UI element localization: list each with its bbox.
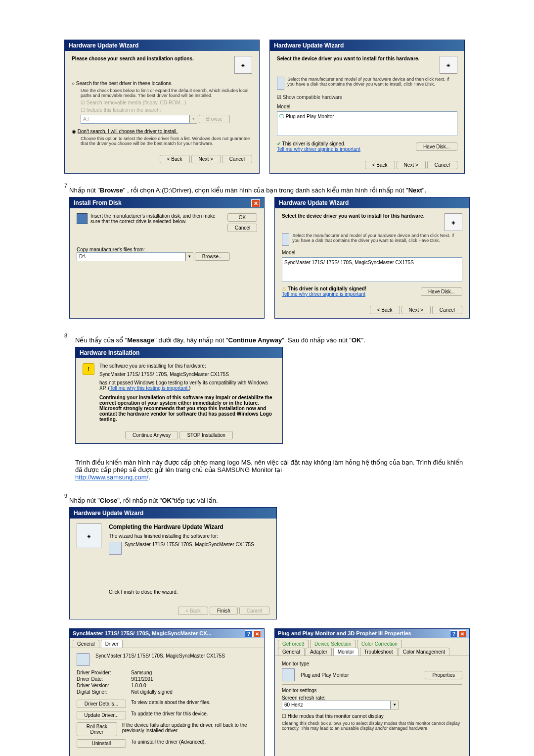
option-search-best[interactable]: ○ Search for the best driver in these lo… <box>72 81 252 86</box>
tab-general[interactable]: General <box>278 648 305 656</box>
option-dont-search[interactable]: ◉ Don't search. I will choose the driver… <box>72 129 252 134</box>
chk-include-location: ☐ Include this location in the search: <box>81 107 252 113</box>
provider-label: Driver Provider: <box>77 670 131 675</box>
uninstall-desc: To uninstall the driver (Advanced). <box>131 739 206 748</box>
monitor-icon: 🖵 <box>279 114 286 119</box>
help-icon[interactable]: ? <box>450 630 458 637</box>
step-7-text: Nhấp nút "Browse" , rồi chọn A:(D:\Drive… <box>69 187 470 194</box>
tab-color-correction[interactable]: Color Correction <box>357 640 402 648</box>
chk-hide-modes[interactable]: ☐ Hide modes that this monitor cannot di… <box>282 713 462 719</box>
close-icon[interactable]: ✕ <box>251 199 260 207</box>
close-icon[interactable]: ✕ <box>458 630 466 637</box>
dialog-title: Hardware Update Wizard <box>270 40 464 51</box>
copy-path-input[interactable]: D:\ <box>77 252 185 261</box>
install-line1: The software you are installing for this… <box>99 363 275 369</box>
driver-details-button[interactable]: Driver Details... <box>77 700 126 708</box>
complete-device: SyncMaster 171S/ 175S/ 170S, MagicSyncMa… <box>125 542 254 555</box>
tab-troubleshoot[interactable]: Troubleshoot <box>360 648 398 656</box>
signing-link[interactable]: Tell me why driver signing is important <box>282 291 365 297</box>
back-button[interactable]: < Back <box>370 306 400 314</box>
next-button[interactable]: Next > <box>191 155 221 163</box>
step-number: 8. <box>64 332 75 484</box>
finish-note: Click Finish to close the wizard. <box>109 589 269 595</box>
dialog-title: Hardware Update Wizard <box>70 508 276 519</box>
next-button[interactable]: Next > <box>401 306 431 314</box>
tab-geforce[interactable]: GeForce3 <box>278 640 309 648</box>
have-disk-button[interactable]: Have Disk... <box>421 287 462 296</box>
stop-installation-button[interactable]: STOP Installation <box>179 431 232 439</box>
option-dont-search-desc: Choose this option to select the device … <box>81 136 252 146</box>
date-label: Driver Date: <box>77 676 131 682</box>
dialog-title: Hardware Update Wizard <box>65 40 259 51</box>
model-list[interactable]: SyncMaster 171S/ 175S/ 170S, MagicSyncMa… <box>282 257 462 282</box>
browse-button[interactable]: Browse... <box>195 252 230 261</box>
signing-link[interactable]: Tell me why driver signing is important <box>277 146 360 152</box>
refresh-dropdown[interactable]: 60 Hertz <box>282 701 391 709</box>
complete-heading: Completing the Hardware Update Wizard <box>109 523 269 530</box>
chevron-down-icon: ▾ <box>189 115 197 124</box>
version-value: 1.0.0.0 <box>131 683 146 688</box>
wizard-desc: Select the manufacturer and model of you… <box>292 233 462 246</box>
hardware-installation-dialog: Hardware Installation ! The software you… <box>75 347 283 444</box>
back-button[interactable]: < Back <box>365 161 395 169</box>
rollback-desc: If the device fails after updating the d… <box>122 722 257 736</box>
monitor-icon <box>282 668 295 681</box>
hide-modes-desc: Clearing this check box allows you to se… <box>282 721 462 731</box>
refresh-label: Screen refresh rate: <box>282 695 462 701</box>
wizard-heading: Select the device driver you want to ins… <box>277 56 457 61</box>
driver-properties-dialog: SyncMaster 171S/ 175S/ 170S, MagicSyncMa… <box>69 628 265 756</box>
hardware-update-wizard-model: Hardware Update Wizard ◈ Select the devi… <box>274 197 470 319</box>
cancel-button[interactable]: Cancel <box>427 161 457 169</box>
floppy-icon <box>77 213 88 224</box>
cancel-button[interactable]: Cancel <box>432 306 462 314</box>
tab-driver[interactable]: Driver <box>101 640 123 648</box>
chk-show-compatible[interactable]: ☑ Show compatible hardware <box>277 94 457 100</box>
device-icon <box>109 542 122 555</box>
help-icon[interactable]: ? <box>245 630 253 637</box>
testing-link[interactable]: Tell me why this testing is important. <box>110 385 189 391</box>
details-desc: To view details about the driver files. <box>131 700 211 708</box>
complete-line1: The wizard has finished installing the s… <box>109 533 269 539</box>
chevron-down-icon[interactable]: ▾ <box>185 252 193 261</box>
step-number: 9. <box>64 493 69 756</box>
close-icon[interactable]: ✕ <box>253 630 261 637</box>
tab-adapter[interactable]: Adapter <box>306 648 332 656</box>
dialog-title: Hardware Update Wizard <box>275 197 469 208</box>
step-8-text: Nếu thấy cửa sổ "Message" dưới đây, hãy … <box>75 336 470 344</box>
display-properties-dialog: Plug and Play Monitor and 3D Prophet III… <box>274 628 470 756</box>
wizard-icon: ◈ <box>77 523 101 548</box>
device-name: SyncMaster 171S/ 175S/ 170S, MagicSyncMa… <box>95 653 225 666</box>
finish-button[interactable]: Finish <box>210 607 238 615</box>
model-list[interactable]: 🖵 Plug and Play Monitor <box>277 111 457 136</box>
samsung-link[interactable]: http://www.samsung.com/ <box>75 473 148 481</box>
cancel-button[interactable]: Cancel <box>227 224 257 232</box>
path-input: A:\ <box>81 115 189 124</box>
model-label: Model <box>282 250 462 255</box>
hardware-update-complete: Hardware Update Wizard ◈ Completing the … <box>69 507 277 619</box>
next-button[interactable]: Next > <box>397 161 426 169</box>
device-icon <box>277 77 284 90</box>
properties-button[interactable]: Properties <box>425 671 462 679</box>
tab-color-management[interactable]: Color Management <box>399 648 449 656</box>
chevron-down-icon[interactable]: ▾ <box>391 701 399 709</box>
chk-removable-media: ☑ Search removable media (floppy, CD-ROM… <box>81 100 252 105</box>
tab-general[interactable]: General <box>73 640 99 648</box>
wizard-heading: Select the device driver you want to ins… <box>282 213 462 219</box>
continue-anyway-button[interactable]: Continue Anyway <box>125 431 178 439</box>
uninstall-button[interactable]: Uninstall <box>77 739 126 748</box>
warning-icon: ⚠ <box>282 286 288 291</box>
rollback-driver-button[interactable]: Roll Back Driver <box>77 722 117 736</box>
tab-monitor[interactable]: Monitor <box>333 648 358 656</box>
install-warning: Continuing your installation of this sof… <box>99 395 275 422</box>
wizard-icon: ◈ <box>234 56 252 74</box>
signed-label: This driver is digitally signed. <box>282 141 346 146</box>
tab-device-selection[interactable]: Device Selection <box>310 640 356 648</box>
step-9-text: Nhấp nút "Close", rồi nhấp nút "OK"tiếp … <box>69 497 470 504</box>
dialog-title: SyncMaster 171S/ 175S/ 170S, MagicSyncMa… <box>70 629 264 638</box>
wizard-icon: ◈ <box>445 213 462 231</box>
cancel-button[interactable]: Cancel <box>222 155 252 163</box>
back-button[interactable]: < Back <box>160 155 190 163</box>
have-disk-button[interactable]: Have Disk... <box>416 142 457 151</box>
ok-button[interactable]: OK <box>227 213 257 222</box>
update-driver-button[interactable]: Update Driver... <box>77 711 126 719</box>
